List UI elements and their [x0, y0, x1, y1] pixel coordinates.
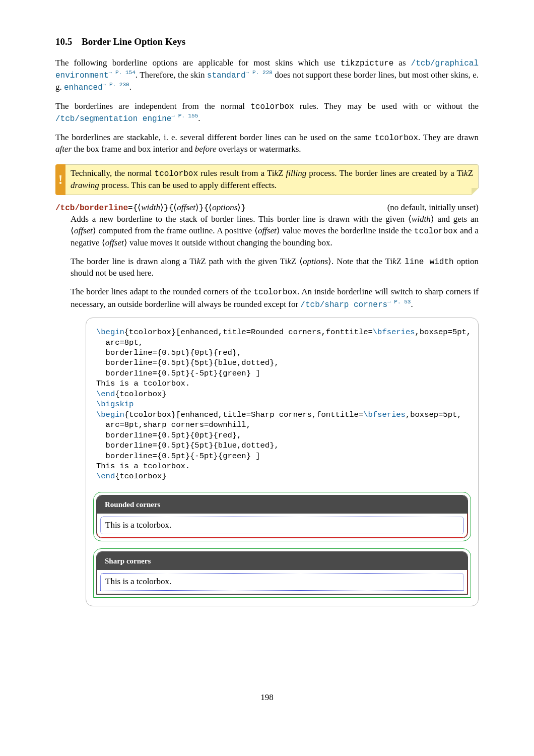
fold-corner-icon: [472, 188, 479, 195]
text: rules result from a Ti: [198, 168, 274, 178]
text: process. The border lines are created by…: [306, 168, 464, 178]
tikz-k: k: [274, 168, 278, 178]
tcolorbox-text: This is a tcolorbox.: [105, 577, 171, 586]
code: borderline={0.5pt}{-5pt}{green} ]: [96, 369, 260, 378]
text: The borderlines are independent from the…: [55, 101, 250, 111]
code: borderline={0.5pt}{0pt}{red},: [96, 431, 241, 440]
code: arc=8pt,sharp corners=downhill,: [96, 420, 251, 429]
cs-bfseries: \bfseries: [363, 410, 406, 419]
brace: }: [241, 204, 246, 213]
tt-tcolorbox: tcolorbox: [250, 102, 294, 111]
cs-end: \end: [96, 472, 115, 481]
text: Z ⟨: [291, 257, 303, 266]
code: This is a tcolorbox.: [96, 462, 190, 471]
section-title: Border Line Option Keys: [82, 36, 185, 47]
tikz-k: k: [287, 257, 291, 266]
key-arg-width: width: [141, 203, 160, 212]
tcolorbox: Sharp corners This is a tcolorbox.: [96, 551, 468, 595]
pageref[interactable]: → P. 154: [109, 70, 136, 76]
tikz-k: k: [464, 168, 468, 178]
tcolorbox-body: This is a tcolorbox.: [97, 514, 468, 538]
code: borderline={0.5pt}{5pt}{blue,dotted},: [96, 441, 279, 450]
emph-before: before: [195, 144, 217, 154]
code: arc=8pt,: [96, 338, 143, 347]
pageref[interactable]: → P. 230: [103, 82, 129, 88]
arg-offset: offset: [74, 226, 93, 235]
text: Z: [278, 168, 286, 178]
note-box-marker: !: [55, 164, 65, 195]
option-key-left: /tcb/borderline={⟨width⟩}{⟨offset⟩}{⟨opt…: [55, 202, 246, 214]
text: process. This can be used to apply diffe…: [99, 180, 277, 190]
text: Z: [396, 257, 405, 266]
link-segmentation-engine[interactable]: /tcb/segmentation engine: [55, 114, 171, 123]
code: borderline={0.5pt}{5pt}{blue,dotted},: [96, 358, 279, 367]
emph-filling: filling: [286, 168, 307, 178]
intro-para-1: The following borderline options are app…: [55, 57, 479, 94]
code-listing: \begin{tcolorbox}[enhanced,title=Rounded…: [96, 327, 468, 482]
code: {tcolorbox}[enhanced,title=Rounded corne…: [124, 328, 373, 337]
option-key-default: (no default, initially unset): [387, 202, 479, 214]
text: ⟩ computed from the frame outline. A pos…: [93, 226, 258, 235]
brace: {: [204, 204, 209, 213]
text: ⟩ value moves it outside without changin…: [124, 238, 332, 247]
brace: {: [133, 204, 138, 213]
pageref[interactable]: → P. 228: [246, 70, 273, 76]
text: . Therefore, the skin: [136, 70, 207, 80]
emph-drawing: drawing: [71, 180, 99, 190]
text: Technically, the normal: [71, 168, 155, 178]
exclamation-icon: !: [58, 171, 63, 188]
text: Z path with the given Ti: [201, 257, 287, 266]
cs-bfseries: \bfseries: [373, 328, 415, 337]
rendered-box-sharp: Sharp corners This is a tcolorbox.: [96, 551, 468, 595]
text: ⟩. Note that the Ti: [328, 257, 392, 266]
link-enhanced[interactable]: enhanced: [64, 83, 103, 92]
tt-tcolorbox: tcolorbox: [414, 227, 457, 236]
arg-offset: offset: [258, 226, 277, 235]
option-key-header: /tcb/borderline={⟨width⟩}{⟨offset⟩}{⟨opt…: [55, 202, 479, 214]
text: The borderlines are stackable, i. e. sev…: [55, 133, 375, 142]
tcolorbox-text: This is a tcolorbox.: [105, 520, 171, 530]
text: .: [198, 113, 200, 123]
intro-para-3: The borderlines are stackable, i. e. sev…: [55, 132, 479, 156]
text: ⟩ value moves the borderline inside the: [277, 226, 414, 235]
code: {tcolorbox}: [115, 390, 166, 399]
arg-offset: offset: [105, 238, 124, 247]
note-box-body: Technically, the normal tcolorbox rules …: [65, 164, 479, 195]
tcolorbox-body: This is a tcolorbox.: [97, 570, 468, 594]
cs-end: \end: [96, 390, 115, 399]
option-key-name: /tcb/borderline: [55, 204, 128, 213]
tikz-k: k: [392, 257, 396, 266]
intro-para-2: The borderlines are independent from the…: [55, 101, 479, 125]
cs-begin: \begin: [96, 328, 124, 337]
text: .: [129, 82, 131, 92]
code: borderline={0.5pt}{-5pt}{green} ]: [96, 452, 260, 461]
text: . They are drawn: [418, 133, 479, 142]
text: the box frame and box interior and: [72, 144, 195, 154]
cs-begin: \begin: [96, 410, 124, 419]
text: rules. They may be used with or without …: [294, 101, 479, 111]
cs-bigskip: \bigskip: [96, 400, 134, 409]
emph-after: after: [55, 144, 72, 154]
equals: =: [128, 204, 133, 213]
text: .: [411, 299, 413, 308]
desc-para-3: The border lines adapt to the rounded co…: [71, 286, 479, 310]
link-sharp-corners[interactable]: /tcb/sharp corners: [300, 300, 387, 309]
option-key-description: Adds a new borderline to the stack of bo…: [71, 214, 479, 606]
tt-linewidth: line width: [405, 258, 454, 267]
tt-tcolorbox: tcolorbox: [375, 134, 418, 143]
code: This is a tcolorbox.: [96, 379, 190, 388]
example-box: \begin{tcolorbox}[enhanced,title=Rounded…: [86, 318, 479, 606]
text: The border lines adapt to the rounded co…: [71, 287, 254, 296]
brace: {: [169, 204, 174, 213]
tt-tcolorbox: tcolorbox: [155, 169, 198, 178]
desc-para-1: Adds a new borderline to the stack of bo…: [71, 214, 479, 248]
tcolorbox-title: Rounded corners: [97, 495, 468, 514]
code: ,boxsep=5pt,: [415, 328, 472, 337]
link-standard[interactable]: standard: [207, 71, 246, 80]
text: The border line is drawn along a Ti: [71, 257, 197, 266]
tcolorbox: Rounded corners This is a tcolorbox.: [96, 495, 468, 538]
pageref[interactable]: → P. 155: [171, 113, 198, 119]
arg-options: options: [303, 257, 328, 266]
pageref[interactable]: → P. 53: [387, 299, 411, 305]
note-box: ! Technically, the normal tcolorbox rule…: [55, 164, 479, 195]
